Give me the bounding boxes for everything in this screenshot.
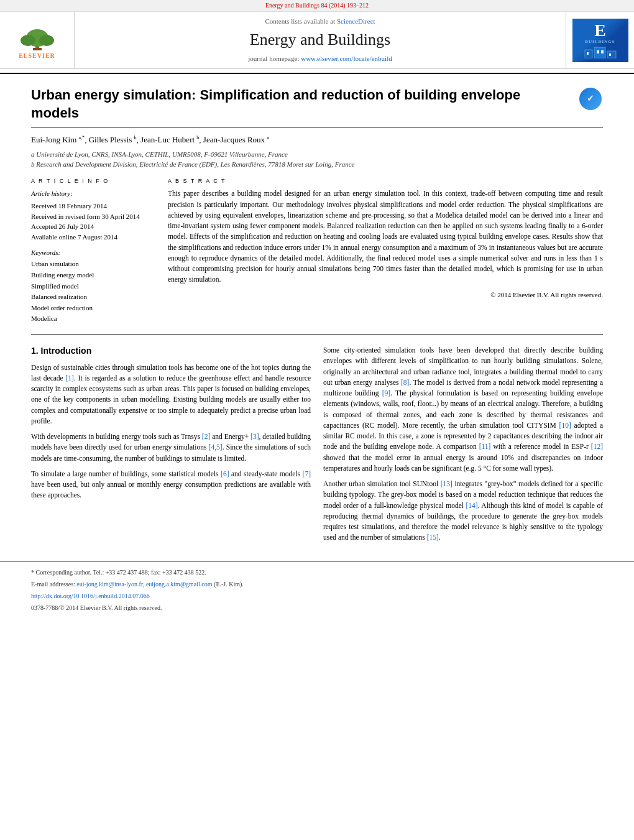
elsevier-tree-icon	[9, 21, 65, 52]
article-title: Urban energy simulation: Simplification …	[31, 86, 572, 122]
svg-rect-9	[597, 50, 599, 53]
journal-homepage-label: journal homepage: www.elsevier.com/locat…	[248, 54, 392, 63]
title-section: Urban energy simulation: Simplification …	[31, 86, 603, 127]
page: Energy and Buildings 84 (2014) 193–212 E…	[0, 0, 634, 621]
available-date: Available online 7 August 2014	[31, 232, 155, 242]
main-body: 1. Introduction Design of sustainable ci…	[31, 345, 603, 548]
abstract-label: A B S T R A C T	[168, 177, 603, 185]
footer-doi-line: http://dx.doi.org/10.1016/j.enbuild.2014…	[31, 591, 603, 601]
top-bar: ELSEVIER Contents lists available at Sci…	[0, 12, 634, 69]
energy-buildings-logo: E BUILDINGS	[572, 19, 628, 62]
elsevier-logo: ELSEVIER	[0, 12, 75, 68]
svg-rect-11	[609, 53, 611, 56]
copyright-line: © 2014 Elsevier B.V. All rights reserved…	[168, 290, 603, 300]
energy-buildings-logo-box: E BUILDINGS	[566, 12, 634, 68]
buildings-icon	[582, 46, 619, 58]
doi-text: Energy and Buildings 84 (2014) 193–212	[265, 2, 369, 9]
received-date: Received 18 February 2014	[31, 201, 155, 211]
svg-rect-6	[594, 47, 605, 58]
two-column-section: A R T I C L E I N F O Article history: R…	[31, 177, 603, 325]
crossmark-badge: ✓	[578, 86, 603, 111]
article-history: Article history: Received 18 February 20…	[31, 188, 155, 242]
footnote-corresponding: * Corresponding author. Tel.: +33 472 43…	[31, 568, 603, 578]
intro-para-2: With developments in building energy too…	[31, 432, 311, 464]
footer-issn: 0378-7788/© 2014 Elsevier B.V. All right…	[31, 603, 603, 613]
journal-center: Contents lists available at ScienceDirec…	[75, 12, 566, 68]
svg-rect-7	[607, 51, 616, 58]
abstract-text: This paper describes a building model de…	[168, 188, 603, 285]
keywords-list: Urban simulation Building energy model S…	[31, 259, 155, 325]
elsevier-text: ELSEVIER	[19, 52, 55, 60]
body-left-column: 1. Introduction Design of sustainable ci…	[31, 345, 311, 548]
keyword-3: Simplified model	[31, 281, 155, 292]
svg-rect-10	[601, 50, 604, 53]
affiliation-b: b Research and Development Division, Ele…	[31, 159, 603, 170]
abstract-column: A B S T R A C T This paper describes a b…	[168, 177, 603, 325]
keywords-section: Keywords: Urban simulation Building ener…	[31, 248, 155, 325]
crossmark-icon: ✓	[579, 88, 602, 110]
keywords-label: Keywords:	[31, 248, 155, 257]
sciencedirect-link[interactable]: ScienceDirect	[337, 17, 375, 25]
keyword-4: Balanced realization	[31, 292, 155, 303]
footnote-email: E-mail addresses: eui-jong.kim@insa-lyon…	[31, 579, 603, 589]
keyword-5: Model order reduction	[31, 303, 155, 314]
journal-homepage-link[interactable]: www.elsevier.com/locate/enbuild	[301, 55, 392, 62]
keyword-6: Modelica	[31, 313, 155, 325]
right-para-2: Another urban simulation tool SUNtool [1…	[323, 479, 603, 543]
svg-point-2	[21, 35, 35, 46]
email-1-link[interactable]: eui-jong.kim@insa-lyon.fr	[76, 581, 143, 588]
authors-line: Eui-Jong Kim a,*, Gilles Plessis b, Jean…	[31, 134, 603, 145]
affiliation-a: a Université de Lyon, CNRS, INSA-Lyon, C…	[31, 149, 603, 160]
affiliations: a Université de Lyon, CNRS, INSA-Lyon, C…	[31, 149, 603, 170]
article-info-label: A R T I C L E I N F O	[31, 177, 155, 185]
article-content: Urban energy simulation: Simplification …	[0, 74, 634, 560]
doi-bar: Energy and Buildings 84 (2014) 193–212	[0, 0, 634, 12]
svg-rect-8	[587, 52, 589, 55]
section-divider	[31, 335, 603, 335]
doi-link[interactable]: http://dx.doi.org/10.1016/j.enbuild.2014…	[31, 593, 150, 599]
authors-text: Eui-Jong Kim a,*, Gilles Plessis b, Jean…	[31, 135, 269, 144]
intro-para-1: Design of sustainable cities through sim…	[31, 362, 311, 427]
svg-rect-4	[33, 48, 42, 50]
intro-para-3: To simulate a large number of buildings,…	[31, 469, 311, 501]
history-label: Article history:	[31, 188, 155, 200]
right-para-1: Some city-oriented simulation tools have…	[323, 345, 603, 474]
keyword-1: Urban simulation	[31, 259, 155, 270]
body-right-column: Some city-oriented simulation tools have…	[323, 345, 603, 548]
revised-date: Received in revised form 30 April 2014	[31, 211, 155, 222]
journal-header: Energy and Buildings 84 (2014) 193–212 E…	[0, 0, 634, 74]
accepted-date: Accepted 26 July 2014	[31, 221, 155, 232]
intro-section-title: 1. Introduction	[31, 345, 311, 358]
email-2-link[interactable]: euijong.a.kim@gmail.com	[146, 581, 213, 588]
keyword-2: Building energy model	[31, 270, 155, 281]
article-footer: * Corresponding author. Tel.: +33 472 43…	[0, 561, 634, 621]
sciencedirect-label: Contents lists available at ScienceDirec…	[265, 17, 375, 26]
svg-point-3	[39, 35, 54, 46]
article-info-column: A R T I C L E I N F O Article history: R…	[31, 177, 155, 325]
journal-title: Energy and Buildings	[250, 29, 390, 51]
